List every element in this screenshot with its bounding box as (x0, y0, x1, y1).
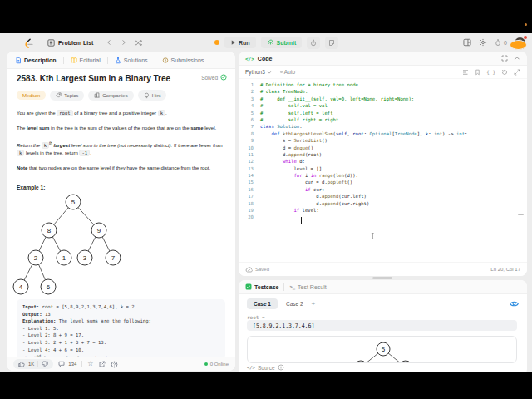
line-number: 13 (239, 165, 260, 172)
visualize-eye-icon[interactable] (510, 300, 519, 308)
tab-editorial[interactable]: Editorial (69, 57, 102, 64)
reset-icon[interactable] (501, 69, 508, 76)
tab-description[interactable]: Description (13, 57, 58, 64)
code-panel-header: </> Code (239, 52, 527, 66)
streak-count: 0 (504, 40, 507, 46)
code-line: 18 d.append(cur.right) (239, 200, 527, 207)
code-line: 3# def __init__(self, val=0, left=None, … (239, 96, 527, 102)
solved-status: Solved (201, 74, 227, 81)
svg-text:8: 8 (47, 227, 52, 234)
example-line: Explanation: The level sums are the foll… (22, 318, 219, 325)
next-problem-icon[interactable] (121, 39, 126, 46)
case-2-button[interactable]: Case 2 (284, 298, 305, 309)
param-label: root = (247, 314, 265, 320)
history-clock-icon (162, 57, 169, 64)
problem-statement: You are given the root of a binary tree … (17, 110, 225, 180)
topics-badge[interactable]: Topics (50, 91, 84, 101)
format-icon[interactable] (462, 69, 469, 76)
companies-badge[interactable]: Companies (88, 91, 133, 101)
document-icon (15, 57, 22, 64)
shuffle-icon[interactable] (135, 39, 142, 47)
language-selector[interactable]: Python3 (245, 69, 272, 75)
book-icon (71, 57, 77, 64)
tab-solutions[interactable]: Solutions (113, 57, 150, 64)
like-count: 1K (28, 362, 34, 367)
leetcode-logo[interactable] (23, 37, 34, 49)
line-number: 15 (239, 179, 260, 185)
favorite-star-icon[interactable]: ☆ (87, 361, 93, 367)
comments-button[interactable]: 134 (58, 361, 76, 367)
mouse-ibeam-cursor (371, 233, 375, 240)
svg-text:5: 5 (382, 346, 386, 353)
line-number: 20 (239, 214, 260, 220)
braces-icon[interactable]: { } (486, 69, 495, 75)
description-panel: Description Editorial Solutions (7, 52, 235, 371)
line-number: 2 (239, 88, 260, 95)
tab-separator (107, 57, 108, 64)
streak-counter[interactable]: 0 (495, 38, 507, 47)
line-number: 11 (239, 151, 260, 158)
problem-paragraph: The level sum in the tree is the sum of … (17, 125, 225, 132)
example-heading: Example 1: (17, 185, 45, 190)
settings-gear-icon[interactable] (479, 38, 487, 47)
code-statusbar: Saved Ln 20, Col 17 (239, 262, 527, 276)
scrollbar-marker[interactable] (518, 214, 524, 215)
share-icon (99, 361, 106, 367)
thumbs-down-icon[interactable] (42, 361, 48, 367)
play-icon (230, 39, 236, 46)
bookmark-icon[interactable] (475, 69, 480, 76)
terminal-icon: >_ (289, 284, 295, 289)
difficulty-badge[interactable]: Medium (17, 91, 46, 100)
online-dot-icon (204, 362, 208, 366)
problem-list-label: Problem List (58, 40, 93, 46)
avatar[interactable] (515, 37, 525, 48)
line-number: 7 (239, 123, 260, 130)
line-number: 1 (239, 81, 260, 88)
line-number: 17 (239, 193, 260, 200)
thumbs-up-icon[interactable] (18, 361, 25, 367)
layout-icon[interactable] (463, 38, 471, 47)
hint-badge[interactable]: Hint (138, 90, 167, 101)
feedback-button[interactable] (111, 361, 118, 368)
prev-problem-icon[interactable] (106, 39, 112, 46)
notes-button[interactable] (325, 37, 338, 49)
code-editor[interactable]: 1# Definition for a binary tree node.2# … (239, 78, 527, 263)
root-input-field[interactable]: [5,8,9,2,1,3,7,4,6] (247, 320, 517, 331)
problem-list-button[interactable]: Problem List (47, 39, 93, 47)
expand-icon[interactable] (501, 55, 508, 62)
auto-toggle[interactable]: Auto (280, 69, 295, 75)
svg-text:4: 4 (19, 283, 23, 291)
code-line: 19 if level: (239, 207, 527, 214)
share-button[interactable] (99, 361, 106, 367)
line-number: 14 (239, 172, 260, 179)
code-line: 17 d.append(cur.left) (239, 193, 527, 200)
code-toolbar: Python3 Auto { } (239, 66, 527, 79)
line-number: 6 (239, 116, 260, 123)
session-dot-icon (214, 40, 219, 45)
code-icon: </> (247, 365, 255, 370)
collapse-chevron-icon[interactable] (514, 55, 520, 62)
svg-text:5: 5 (71, 199, 76, 206)
tab-testcase[interactable]: Testcase (245, 283, 278, 290)
add-case-button[interactable]: + (312, 300, 316, 308)
tab-test-result[interactable]: >_ Test Result (289, 284, 326, 290)
code-line: 12 while d: (239, 158, 527, 165)
maximize-icon[interactable] (514, 69, 520, 76)
svg-text:7: 7 (111, 254, 116, 262)
tab-submissions[interactable]: Submissions (160, 57, 206, 64)
description-content[interactable]: 2583. Kth Largest Sum in a Binary Tree S… (7, 69, 235, 357)
chevron-down-icon (267, 70, 272, 75)
saved-status: Saved (245, 267, 269, 273)
timer-button[interactable] (307, 37, 320, 49)
example-tree-diagram: 589213746 (12, 192, 128, 298)
case-1-button[interactable]: Case 1 (247, 298, 278, 309)
panel-resize-handle[interactable] (372, 277, 392, 279)
line-number: 16 (239, 186, 260, 193)
source-button[interactable]: </> Source (247, 364, 284, 371)
code-line: 6# self.right = right (239, 116, 527, 123)
run-button[interactable]: Run (224, 37, 256, 48)
flame-icon (495, 38, 501, 47)
code-line: 5# self.left = left (239, 110, 527, 116)
example-line: Input: root = [5,8,9,2,1,3,7,4,6], k = 2 (22, 303, 219, 311)
submit-button[interactable]: Submit (261, 37, 303, 48)
